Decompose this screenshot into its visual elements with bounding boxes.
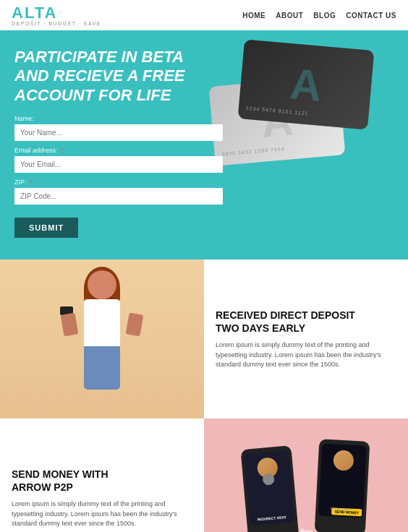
phone-right: SEND MONEY Processing... bbox=[315, 439, 370, 532]
p2p-section: SEND MONEY WITH ARROW P2P Lorem ipsum is… bbox=[0, 419, 408, 532]
hero-content: PARTICIPATE IN BETA AND RECIEVE A FREE A… bbox=[14, 48, 223, 238]
logo: ALTA bbox=[12, 5, 101, 21]
phone-lock-icon bbox=[263, 473, 275, 486]
nav-blog[interactable]: BLOG bbox=[313, 12, 336, 20]
email-input[interactable] bbox=[14, 156, 223, 173]
logo-area: ALTA DEPOSIT · BUDGET · SAVE bbox=[12, 5, 101, 26]
person-head bbox=[88, 270, 116, 299]
card-illustration: A 1234 5678 9101 1121 A 9876 5432 1098 7… bbox=[219, 38, 408, 182]
header: ALTA DEPOSIT · BUDGET · SAVE HOME ABOUT … bbox=[0, 0, 408, 30]
submit-button[interactable]: SUBMIT bbox=[14, 218, 78, 238]
person-arm-right bbox=[126, 313, 144, 337]
hero-section: PARTICIPATE IN BETA AND RECIEVE A FREE A… bbox=[0, 30, 408, 259]
hero-headline: PARTICIPATE IN BETA AND RECIEVE A FREE A… bbox=[14, 48, 223, 105]
direct-deposit-text: RECEIVED DIRECT DEPOSIT TWO DAYS EARLY L… bbox=[204, 259, 408, 419]
card-stack: A 1234 5678 9101 1121 A 9876 5432 1098 7… bbox=[219, 38, 378, 182]
direct-deposit-heading: RECEIVED DIRECT DEPOSIT TWO DAYS EARLY bbox=[216, 309, 396, 335]
card-dark: A 1234 5678 9101 1121 bbox=[238, 39, 375, 129]
phones-image: REDIRECT SENT SEND MONEY Processing... ← bbox=[204, 419, 408, 532]
p2p-text: SEND MONEY WITH ARROW P2P Lorem ipsum is… bbox=[0, 419, 204, 532]
direct-deposit-section: RECEIVED DIRECT DEPOSIT TWO DAYS EARLY L… bbox=[0, 259, 408, 419]
zip-input[interactable] bbox=[14, 188, 223, 205]
phone-avatar-right bbox=[333, 450, 354, 471]
email-label: Email address: * bbox=[14, 147, 223, 154]
person-placeholder bbox=[0, 259, 204, 419]
person-body bbox=[84, 299, 120, 350]
nav-contact[interactable]: CONTACT US bbox=[346, 12, 396, 20]
name-field-group: Name: bbox=[14, 115, 223, 141]
phone-screen-right: SEND MONEY Processing... bbox=[318, 444, 367, 518]
arrow-transfer: ← bbox=[288, 520, 324, 532]
person-jeans bbox=[84, 346, 120, 390]
person-arm-left bbox=[61, 313, 79, 337]
navigation: HOME ABOUT BLOG CONTACT US bbox=[242, 12, 396, 20]
zip-field-group: ZIP: * bbox=[14, 179, 223, 205]
person-image bbox=[0, 259, 204, 419]
logo-tagline: DEPOSIT · BUDGET · SAVE bbox=[12, 21, 101, 26]
zip-label: ZIP: * bbox=[14, 179, 223, 186]
phone-screen-left: REDIRECT SENT bbox=[244, 450, 294, 526]
arrow-left-icon: ← bbox=[296, 519, 316, 532]
p2p-heading: SEND MONEY WITH ARROW P2P bbox=[12, 468, 192, 494]
p2p-body: Lorem ipsum is simply dummy text of the … bbox=[12, 499, 192, 529]
phone-left: REDIRECT SENT bbox=[240, 445, 299, 532]
email-field-group: Email address: * bbox=[14, 147, 223, 173]
name-input[interactable] bbox=[14, 124, 223, 141]
nav-home[interactable]: HOME bbox=[242, 12, 265, 20]
person-figure bbox=[59, 267, 145, 411]
direct-deposit-body: Lorem ipsum is simply dummy text of the … bbox=[216, 340, 396, 370]
nav-about[interactable]: ABOUT bbox=[276, 12, 303, 20]
name-label: Name: bbox=[14, 115, 223, 122]
phones-container: REDIRECT SENT SEND MONEY Processing... ← bbox=[241, 426, 371, 532]
